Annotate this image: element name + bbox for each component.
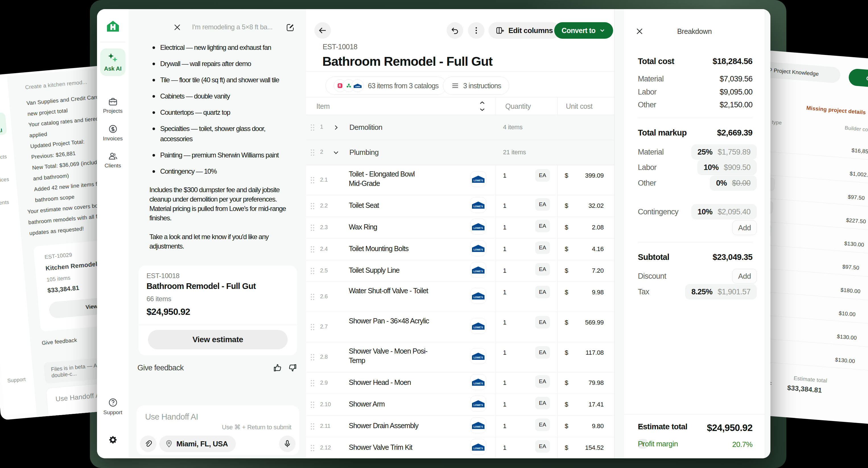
mic-icon [283,440,291,448]
item-unit-cost[interactable]: 79.98 [564,379,604,387]
item-quantity[interactable]: 1 [503,444,506,451]
estimate-table: Item Quantity Unit cost 1 Demolition 4 i… [306,97,614,458]
item-quantity[interactable]: 1 [503,224,506,231]
notifications-button[interactable] [97,369,129,379]
thumbs-down-button[interactable] [288,363,297,372]
item-quantity[interactable]: 1 [503,319,506,326]
item-unit-cost[interactable]: 2.08 [564,224,604,231]
table-item-row[interactable]: 2.1 Toilet - Elongated Bowl Mid-Grade LO… [306,165,614,195]
item-quantity[interactable]: 1 [503,401,506,408]
table-item-row[interactable]: 2.12 Shower Valve Trim Kit LOWE'S 1 EA $… [306,437,614,458]
rail-divider [100,42,125,42]
edit-columns-button[interactable]: Edit columns [489,22,560,39]
sidebar-item-support[interactable]: Support [97,398,129,416]
table-item-row[interactable]: 2.11 Shower Drain Assembly LOWE'S 1 EA $… [306,416,614,437]
settings-button[interactable] [97,435,129,445]
item-unit-cost[interactable]: 569.99 [564,319,604,326]
list-icon [451,82,459,90]
table-item-row[interactable]: 2.5 Toilet Supply Line LOWE'S 1 EA $ 7.2… [306,260,614,282]
table-item-row[interactable]: 2.10 Shower Arm LOWE'S 1 EA $ 17.41 [306,394,614,416]
item-unit[interactable]: EA [535,220,550,232]
item-unit-cost[interactable]: 17.41 [564,401,604,408]
item-quantity[interactable]: 1 [503,172,506,179]
item-unit-cost[interactable]: 117.08 [564,349,604,356]
convert-to-button[interactable]: Convert to [554,22,613,39]
item-quantity[interactable]: 1 [503,422,506,430]
item-name: Shower Drain Assembly [349,421,434,431]
item-unit-cost[interactable]: 9.98 [564,289,604,296]
item-unit[interactable]: EA [535,440,550,452]
item-quantity[interactable]: 1 [503,289,506,296]
item-unit[interactable]: EA [535,169,550,182]
group-item-count: 4 items [503,123,523,131]
item-unit-cost[interactable]: 32.02 [564,202,604,209]
item-name: Water Shut-off Valve - Toilet [349,286,434,295]
paperclip-icon [144,440,152,448]
table-item-row[interactable]: 2.3 Wax Ring LOWE'S 1 EA $ 2.08 [306,217,614,239]
item-name: Toilet Seat [349,201,434,210]
catalogs-badge-label: 63 items from 3 catalogs [368,82,438,90]
sidebar-item-projects[interactable]: Projects [97,98,129,114]
handoff-logo [107,21,119,32]
estimate-item-count: 66 items [147,295,171,303]
location-chip[interactable]: Miami, FL, USA [159,436,236,452]
table-item-row[interactable]: 2.6 Water Shut-off Valve - Toilet LOWE'S… [306,282,614,312]
table-group-row[interactable]: 1 Demolition 4 items [306,115,614,140]
item-unit[interactable]: EA [535,375,550,388]
attach-button[interactable] [140,436,156,452]
item-quantity[interactable]: 1 [503,267,506,274]
footer-divider [624,414,765,414]
instructions-badge-label: 3 instructions [463,82,501,90]
view-estimate-button[interactable]: View estimate [148,330,288,349]
item-unit[interactable]: EA [535,286,550,298]
item-unit[interactable]: EA [535,346,550,359]
more-options-button[interactable] [468,22,485,39]
row-number: 2.11 [320,423,330,429]
item-unit[interactable]: EA [535,241,550,254]
row-number: 2.1 [320,176,328,183]
instructions-badge[interactable]: 3 instructions [443,77,509,95]
svg-text:LOWE'S: LOWE'S [473,295,483,298]
item-unit-cost[interactable]: 7.20 [564,267,604,274]
row-number: 2.2 [320,202,328,209]
item-unit[interactable]: EA [535,263,550,275]
mic-button[interactable] [279,436,296,452]
table-item-row[interactable]: 2.9 Shower Head - Moen LOWE'S 1 EA $ 79.… [306,372,614,394]
sidebar-item-ask-ai[interactable]: Ask AI [100,49,125,76]
item-quantity[interactable]: 1 [503,349,506,356]
item-unit[interactable]: EA [535,397,550,409]
item-quantity[interactable]: 1 [503,245,506,253]
tax-row-pill[interactable]: 8.25%$1,901.57 [685,284,757,299]
thumbs-up-button[interactable] [273,363,282,372]
table-item-row[interactable]: 2.2 Toilet Seat LOWE'S 1 EA $ 32.02 [306,195,614,217]
estimate-main: Edit columns Convert to EST-10018 Bathro… [306,9,615,458]
chat-close-button[interactable] [174,24,180,30]
profit-margin-label: Profit margini [638,439,648,449]
sidebar-item-invoices[interactable]: Invoices [97,125,129,142]
table-group-row[interactable]: 2 Plumbing 21 items [306,140,614,165]
edit-chat-button[interactable] [286,23,294,31]
item-unit[interactable]: EA [535,198,550,211]
chat-panel: I'm remodeling a 5×8 ft ba... Electrical… [129,9,306,458]
sidebar-item-label: Invoices [97,136,129,142]
catalogs-badge[interactable]: LOWE'S 63 items from 3 catalogs [326,77,447,95]
item-unit[interactable]: EA [535,418,550,431]
thumbs-up-icon [273,363,282,372]
svg-text:LOWE'S: LOWE'S [473,356,483,359]
item-quantity[interactable]: 1 [503,379,506,387]
sidebar-item-clients[interactable]: Clients [97,152,129,169]
item-unit[interactable]: EA [535,316,550,328]
table-item-row[interactable]: 2.4 Toilet Mounting Bolts LOWE'S 1 EA $ … [306,239,614,260]
undo-button[interactable] [447,22,463,39]
table-item-row[interactable]: 2.7 Shower Pan - 36×48 Acrylic LOWE'S 1 … [306,312,614,342]
back-button[interactable] [314,22,331,39]
clients-icon [108,152,118,160]
item-unit-cost[interactable]: 154.52 [564,444,604,451]
table-item-row[interactable]: 2.8 Shower Valve - Moen Posi-Temp LOWE'S… [306,342,614,372]
item-unit-cost[interactable]: 4.16 [564,245,604,253]
item-quantity[interactable]: 1 [503,202,506,209]
row-number: 2.12 [320,444,331,451]
item-unit-cost[interactable]: 9.80 [564,422,604,430]
item-unit-cost[interactable]: 399.09 [564,172,604,179]
chat-input[interactable]: Use Handoff AI Use ⌘ + Return to submit … [136,405,299,455]
